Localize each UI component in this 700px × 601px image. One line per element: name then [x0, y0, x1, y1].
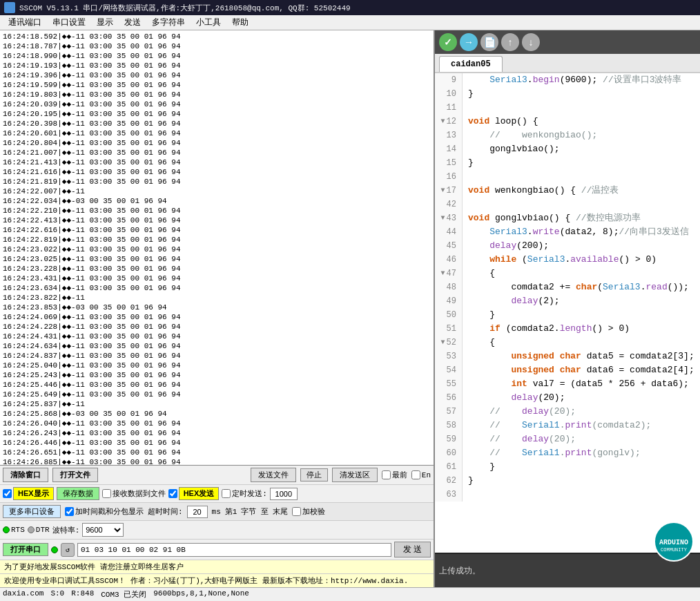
- timed-send-checkbox[interactable]: [222, 489, 231, 498]
- line-number: 44: [435, 225, 463, 239]
- code-line: 11: [435, 101, 700, 115]
- app-icon: [4, 2, 15, 13]
- code-line: 55 int val7 = (data5 * 256 + data6);: [435, 377, 700, 391]
- serial-line: 16:24:26.040|◆◆-11 03:00 35 00 01 96 94: [3, 419, 431, 428]
- line-number: 10: [435, 87, 463, 101]
- fold-button[interactable]: ▼: [441, 115, 445, 128]
- end2-label: 末尾: [273, 506, 288, 517]
- serial-line: 16:24:20.804|◆◆-11 03:00 35 00 01 96 94: [3, 138, 431, 148]
- menu-item-发送[interactable]: 发送: [119, 15, 146, 30]
- upload-button[interactable]: →: [460, 33, 478, 51]
- line-number: 55: [435, 377, 463, 391]
- open-file-button[interactable]: 打开文件: [52, 468, 98, 482]
- timed-interval-input[interactable]: [270, 488, 298, 500]
- checksum-label: 加校验: [292, 506, 325, 517]
- menu-item-帮助[interactable]: 帮助: [226, 15, 254, 30]
- line-number: 54: [435, 363, 463, 377]
- serial-line: 16:24:23.228|◆◆-11 03:00 35 00 01 96 94: [3, 264, 431, 274]
- serial-line: 16:24:21.616|◆◆-11 03:00 35 00 01 96 94: [3, 167, 431, 177]
- code-text: // Serial1.print(comdata2);: [463, 419, 700, 432]
- fold-button[interactable]: ▼: [441, 184, 445, 198]
- upload2-button[interactable]: ↑: [501, 33, 519, 51]
- hex-send-checkbox-label: HEX发送: [168, 487, 220, 500]
- code-line: 59 // delay(20);: [435, 432, 700, 446]
- hex-send-checkbox[interactable]: [168, 489, 177, 498]
- download-button[interactable]: ↓: [522, 33, 540, 51]
- send-file-button[interactable]: 发送文件: [251, 468, 296, 482]
- code-line: 45 delay(200);: [435, 239, 700, 253]
- code-line: 13 // wenkongbiao();: [435, 128, 700, 142]
- new-button[interactable]: 📄: [480, 33, 498, 51]
- line-number: 50: [435, 308, 463, 322]
- serial-line: 16:24:22.034|◆◆-03 00 35 00 01 96 94: [3, 196, 431, 206]
- menu-item-小工具[interactable]: 小工具: [191, 15, 226, 30]
- save-file-checkbox[interactable]: [102, 489, 111, 498]
- serial-line: 16:24:18.787|◆◆-11 03:00 35 00 01 96 94: [3, 41, 431, 51]
- line-number: 61: [435, 460, 463, 474]
- serial-line: 16:24:25.446|◆◆-11 03:00 35 00 01 96 94: [3, 380, 431, 390]
- code-text: delay(200);: [463, 239, 700, 253]
- fold-button[interactable]: ▼: [441, 211, 445, 225]
- hex-display-button[interactable]: HEX显示: [13, 487, 54, 500]
- en-checkbox[interactable]: [411, 470, 420, 479]
- add-time-checkbox[interactable]: [65, 507, 74, 516]
- dtr-indicator: DTR: [28, 526, 50, 534]
- ticker-text: 为了更好地发展SSCOM软件 请您注册立即终生居客户: [4, 563, 184, 571]
- send-input[interactable]: [77, 543, 391, 557]
- code-line: 50 }: [435, 308, 700, 322]
- code-editor[interactable]: 9 Serial3.begin(9600); //设置串口3波特率10}11▼1…: [435, 73, 700, 553]
- serial-line: 16:24:20.195|◆◆-11 03:00 35 00 01 96 94: [3, 109, 431, 119]
- fold-button[interactable]: ▼: [441, 267, 445, 280]
- baud-select[interactable]: 9600 115200: [82, 523, 124, 537]
- timed-send-checkbox-label: 定时发送:: [222, 488, 267, 499]
- com-status: COM3 已关闭: [101, 589, 146, 600]
- line-number: 53: [435, 350, 463, 363]
- line-number: 56: [435, 391, 463, 405]
- code-text: }: [463, 87, 700, 101]
- serial-line: 16:24:18.592|◆◆-11 03:00 35 00 01 96 94: [3, 32, 431, 41]
- menu-item-多字符串[interactable]: 多字符串: [146, 15, 191, 30]
- hex-display-checkbox[interactable]: [3, 489, 12, 498]
- line-number: 9: [435, 73, 463, 87]
- code-line: 42: [435, 198, 700, 211]
- s-status: S:0: [50, 589, 64, 600]
- ide-status-text: 上传成功。: [439, 565, 480, 577]
- line-number: 63: [435, 488, 463, 502]
- more-ports-button[interactable]: 更多串口设备: [3, 505, 61, 518]
- page-label: 第1: [225, 506, 237, 517]
- checksum-checkbox[interactable]: [292, 507, 301, 516]
- stop-button[interactable]: 停止: [300, 468, 328, 481]
- send-button[interactable]: 发 送: [394, 542, 431, 557]
- open-port-button[interactable]: 打开串口: [3, 543, 48, 556]
- svg-text:ARDUINO: ARDUINO: [659, 539, 688, 546]
- code-line: ▼17void wenkongbiao() { //温控表: [435, 184, 700, 198]
- code-text: // Serial1.print(gonglv);: [463, 446, 700, 460]
- controls-panel: 清除窗口 打开文件 发送文件 停止 清发送区 最前 En H: [0, 465, 434, 560]
- timeout-input[interactable]: [187, 506, 208, 518]
- serial-line: 16:24:24.837|◆◆-11 03:00 35 00 01 96 94: [3, 351, 431, 361]
- code-text: }: [463, 156, 700, 170]
- menu-item-串口设置[interactable]: 串口设置: [47, 15, 91, 30]
- code-text: // wenkongbiao();: [463, 128, 700, 142]
- hex-send-button[interactable]: HEX发送: [179, 487, 220, 500]
- line-number: ▼12: [435, 115, 463, 128]
- tab-caidan05[interactable]: caidan05: [439, 56, 503, 72]
- clear-window-button[interactable]: 清除窗口: [3, 468, 48, 482]
- code-text: Serial3.begin(9600); //设置串口3波特率: [463, 73, 700, 87]
- dtr-label: DTR: [36, 526, 50, 534]
- code-text: int val7 = (data5 * 256 + data6);: [463, 377, 700, 391]
- serial-line: 16:24:21.819|◆◆-11 03:00 35 00 01 96 94: [3, 177, 431, 187]
- line-number: 58: [435, 419, 463, 432]
- serial-line: 16:24:22.007|◆◆-11: [3, 187, 431, 196]
- send-area: 打开串口 ↺ 发 送: [0, 539, 434, 560]
- code-line: 62}: [435, 474, 700, 488]
- save-data-button[interactable]: 保存数据: [57, 487, 99, 500]
- verify-button[interactable]: ✓: [439, 33, 457, 51]
- menu-item-显示[interactable]: 显示: [91, 15, 119, 30]
- menu-item-通讯端口[interactable]: 通讯端口: [3, 15, 47, 30]
- refresh-button[interactable]: ↺: [61, 543, 75, 557]
- fold-button[interactable]: ▼: [441, 336, 445, 350]
- clear-send-button[interactable]: 清发送区: [332, 468, 378, 482]
- last-checkbox[interactable]: [382, 470, 391, 479]
- code-line: 51 if (comdata2.length() > 0): [435, 322, 700, 336]
